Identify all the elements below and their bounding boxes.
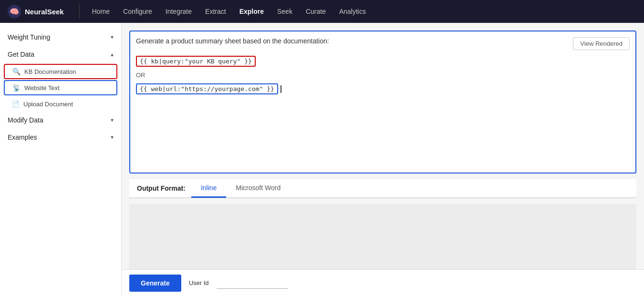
chevron-down-icon: ▾ bbox=[111, 34, 114, 41]
sidebar-section-modify-data-label: Modify Data bbox=[8, 116, 43, 124]
sidebar-section-examples-label: Examples bbox=[8, 133, 37, 141]
nav-divider bbox=[79, 4, 80, 19]
text-cursor bbox=[280, 85, 281, 93]
chevron-up-icon: ▴ bbox=[111, 51, 114, 58]
web-snippet[interactable]: {{ web|url:"https://yourpage.com" }} bbox=[136, 83, 278, 94]
output-format-area: Output Format: Inline Microsoft Word bbox=[129, 179, 636, 198]
kb-snippet-container: {{ kb|query:"your KB query" }} bbox=[136, 56, 630, 71]
output-format-label: Output Format: bbox=[131, 180, 191, 197]
sidebar-item-website-text-label: Website Text bbox=[24, 84, 60, 92]
nav-explore[interactable]: Explore bbox=[235, 6, 269, 17]
chevron-down-icon-3: ▾ bbox=[111, 134, 114, 141]
sidebar-section-get-data[interactable]: Get Data ▴ bbox=[0, 46, 121, 63]
web-snippet-text: {{ web|url:"https://yourpage.com" }} bbox=[140, 85, 274, 92]
main-layout: Weight Tuning ▾ Get Data ▴ 🔍 KB Document… bbox=[0, 23, 644, 296]
search-icon: 🔍 bbox=[12, 68, 21, 75]
web-snippet-container: {{ web|url:"https://yourpage.com" }} bbox=[136, 83, 630, 94]
nav-curate[interactable]: Curate bbox=[301, 6, 331, 17]
sidebar-item-upload-document[interactable]: 📄 Upload Document bbox=[0, 96, 121, 112]
chevron-down-icon-2: ▾ bbox=[111, 117, 114, 123]
nav-home[interactable]: Home bbox=[87, 6, 114, 17]
nav-configure[interactable]: Configure bbox=[118, 6, 157, 17]
tab-microsoft-word[interactable]: Microsoft Word bbox=[226, 179, 290, 198]
sidebar-section-weight-tuning-label: Weight Tuning bbox=[8, 33, 50, 41]
nav-seek[interactable]: Seek bbox=[272, 6, 297, 17]
brand-icon: 🧠 bbox=[8, 5, 21, 18]
output-format-row: Output Format: Inline Microsoft Word bbox=[129, 179, 636, 198]
editor-header: Generate a product summary sheet based o… bbox=[136, 37, 630, 50]
sidebar-section-modify-data[interactable]: Modify Data ▾ bbox=[0, 112, 121, 129]
document-icon: 📄 bbox=[11, 100, 20, 108]
main-content: Generate a product summary sheet based o… bbox=[122, 23, 644, 296]
sidebar-section-examples[interactable]: Examples ▾ bbox=[0, 129, 121, 146]
user-id-input[interactable] bbox=[217, 277, 288, 289]
sidebar-item-kb-documentation-label: KB Documentation bbox=[24, 68, 76, 75]
generate-button[interactable]: Generate bbox=[129, 275, 181, 292]
user-id-label: User Id bbox=[189, 279, 209, 286]
sidebar-item-kb-documentation[interactable]: 🔍 KB Documentation bbox=[4, 64, 117, 79]
kb-snippet[interactable]: {{ kb|query:"your KB query" }} bbox=[136, 56, 256, 67]
nav-extract[interactable]: Extract bbox=[200, 6, 231, 17]
view-rendered-button[interactable]: View Rendered bbox=[573, 37, 630, 50]
or-divider: OR bbox=[136, 71, 630, 79]
nav-analytics[interactable]: Analytics bbox=[334, 6, 371, 17]
sidebar-section-weight-tuning[interactable]: Weight Tuning ▾ bbox=[0, 29, 121, 46]
bottom-bar: Generate User Id bbox=[122, 269, 644, 296]
editor-box: Generate a product summary sheet based o… bbox=[129, 31, 636, 174]
wifi-icon: 📡 bbox=[12, 84, 21, 92]
sidebar-item-website-text[interactable]: 📡 Website Text bbox=[4, 80, 117, 95]
editor-prompt: Generate a product summary sheet based o… bbox=[136, 37, 329, 45]
sidebar: Weight Tuning ▾ Get Data ▴ 🔍 KB Document… bbox=[0, 23, 122, 296]
top-navigation: 🧠 NeuralSeek Home Configure Integrate Ex… bbox=[0, 0, 644, 23]
nav-integrate[interactable]: Integrate bbox=[161, 6, 197, 17]
sidebar-section-get-data-label: Get Data bbox=[8, 51, 34, 58]
brand-name: NeuralSeek bbox=[25, 8, 64, 16]
sidebar-item-upload-document-label: Upload Document bbox=[23, 101, 73, 108]
brand-logo: 🧠 NeuralSeek bbox=[8, 5, 64, 18]
tab-inline[interactable]: Inline bbox=[191, 179, 226, 198]
